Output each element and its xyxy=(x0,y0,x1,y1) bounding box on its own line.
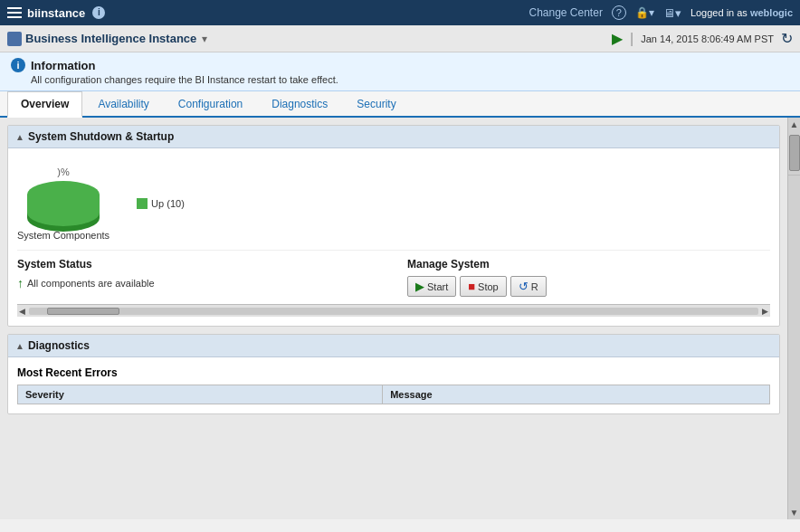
tab-availability[interactable]: Availability xyxy=(84,91,162,116)
content-area: ▲ System Shutdown & Startup )% System Co… xyxy=(0,118,787,519)
refresh-icon[interactable]: ↻ xyxy=(781,30,793,47)
h-scrollbar[interactable]: ◀ ▶ xyxy=(17,304,770,317)
system-status-title: System Status xyxy=(17,258,380,271)
v-scroll-thumb[interactable] xyxy=(789,135,800,171)
info-banner-heading: Information xyxy=(31,59,96,72)
v-scroll-down-arrow[interactable]: ▼ xyxy=(788,506,800,519)
scrollbar-divider xyxy=(788,175,800,176)
up-arrow-icon: ↑ xyxy=(17,276,24,290)
most-recent-errors-title: Most Recent Errors xyxy=(17,366,770,379)
lock-icon: 🔒▾ xyxy=(635,6,654,19)
tab-configuration[interactable]: Configuration xyxy=(165,91,256,116)
legend-box-up xyxy=(137,198,148,209)
tabs-bar: Overview Availability Configuration Diag… xyxy=(0,91,800,118)
status-text: All components are available xyxy=(27,278,155,289)
chart-section: )% System Components Up (10) xyxy=(17,157,770,250)
divider-bar: | xyxy=(630,31,633,47)
instance-name: Business Intelligence Instance xyxy=(25,32,196,45)
stop-button[interactable]: ■ Stop xyxy=(460,276,507,297)
change-center-link[interactable]: Change Center xyxy=(529,6,602,19)
h-scroll-right-arrow[interactable]: ▶ xyxy=(762,307,768,316)
help-icon[interactable]: ? xyxy=(612,5,626,20)
info-circle-icon: i xyxy=(11,58,25,72)
user-info: Logged in as weblogic xyxy=(690,7,793,18)
second-bar-left: Business Intelligence Instance ▾ xyxy=(7,32,207,46)
h-scroll-track[interactable] xyxy=(29,308,758,315)
h-scroll-left-arrow[interactable]: ◀ xyxy=(19,307,25,316)
v-scrollbar[interactable]: ▲ ▼ xyxy=(787,118,800,519)
stop-icon: ■ xyxy=(468,280,475,293)
stop-label: Stop xyxy=(478,281,499,292)
info-banner: i Information All configuration changes … xyxy=(0,52,800,91)
manage-system-title: Manage System xyxy=(407,258,770,271)
system-shutdown-panel: ▲ System Shutdown & Startup )% System Co… xyxy=(7,125,780,327)
legend: Up (10) xyxy=(137,198,185,209)
diagnostics-title: Diagnostics xyxy=(28,339,90,352)
pie-chart xyxy=(27,181,100,226)
screen-icon[interactable]: 🖥▾ xyxy=(663,6,681,20)
info-banner-title: i Information xyxy=(11,58,789,72)
pie-chart-container: )% System Components xyxy=(17,166,110,241)
system-shutdown-header: ▲ System Shutdown & Startup xyxy=(8,126,779,148)
start-button[interactable]: ▶ Start xyxy=(407,276,456,297)
diagnostics-panel: ▲ Diagnostics Most Recent Errors Severit… xyxy=(7,334,780,414)
timestamp: Jan 14, 2015 8:06:49 AM PST xyxy=(641,33,774,44)
percentage-label: )% xyxy=(57,166,69,177)
col-message: Message xyxy=(383,385,770,404)
btn-group: ▶ Start ■ Stop ↺ R xyxy=(407,276,770,297)
errors-table: Severity Message xyxy=(17,385,770,404)
top-bar-right: Change Center ? 🔒▾ 🖥▾ Logged in as weblo… xyxy=(529,5,793,20)
top-bar: biinstance i Change Center ? 🔒▾ 🖥▾ Logge… xyxy=(0,0,800,25)
status-section: System Status ↑ All components are avail… xyxy=(17,250,770,304)
table-header-row: Severity Message xyxy=(18,385,770,404)
tab-overview[interactable]: Overview xyxy=(7,91,82,118)
diagnostics-body: Most Recent Errors Severity Message xyxy=(8,357,779,413)
v-scroll-up-arrow[interactable]: ▲ xyxy=(788,118,800,131)
status-left: System Status ↑ All components are avail… xyxy=(17,258,380,297)
play-icon[interactable]: ▶ xyxy=(612,30,623,47)
tab-diagnostics[interactable]: Diagnostics xyxy=(258,91,341,116)
second-bar: Business Intelligence Instance ▾ ▶ | Jan… xyxy=(0,25,800,52)
bi-icon xyxy=(7,32,22,46)
restart-label: R xyxy=(531,281,538,292)
app-title: biinstance xyxy=(27,6,85,20)
start-label: Start xyxy=(427,281,448,292)
top-bar-left: biinstance i xyxy=(7,6,105,20)
tab-security[interactable]: Security xyxy=(343,91,409,116)
diag-collapse-icon[interactable]: ▲ xyxy=(15,341,24,351)
status-ok: ↑ All components are available xyxy=(17,276,380,290)
diagnostics-header: ▲ Diagnostics xyxy=(8,335,779,357)
instance-dropdown[interactable]: ▾ xyxy=(202,33,207,45)
menu-icon[interactable] xyxy=(7,7,22,18)
status-right: Manage System ▶ Start ■ Stop ↺ xyxy=(407,258,770,297)
restart-button[interactable]: ↺ R xyxy=(510,276,547,297)
h-scroll-thumb[interactable] xyxy=(47,308,119,315)
system-shutdown-title: System Shutdown & Startup xyxy=(28,130,174,143)
start-icon: ▶ xyxy=(415,280,424,293)
legend-label-up: Up (10) xyxy=(151,198,185,209)
app-info-icon[interactable]: i xyxy=(92,6,105,19)
chart-caption: System Components xyxy=(17,230,110,241)
collapse-icon[interactable]: ▲ xyxy=(15,132,24,142)
username-label: weblogic xyxy=(750,7,793,18)
col-severity: Severity xyxy=(18,385,383,404)
main-content: ▲ System Shutdown & Startup )% System Co… xyxy=(0,118,800,519)
second-bar-right: ▶ | Jan 14, 2015 8:06:49 AM PST ↻ xyxy=(612,30,793,47)
info-banner-message: All configuration changes require the BI… xyxy=(31,74,789,85)
restart-icon: ↺ xyxy=(519,280,529,293)
system-shutdown-body: )% System Components Up (10) System Stat… xyxy=(8,148,779,326)
